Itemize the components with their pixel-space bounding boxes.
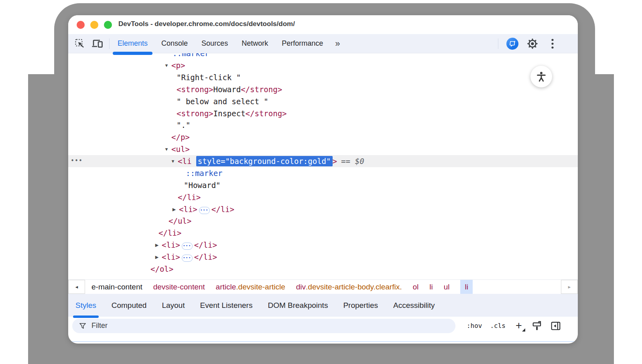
- styles-filter-input[interactable]: [91, 322, 252, 330]
- dom-tree-row[interactable]: <strong>Howard</strong>: [177, 83, 282, 95]
- tab-computed[interactable]: Computed: [112, 294, 147, 317]
- dom-tree-row[interactable]: ▶<li>•••</li>: [162, 251, 217, 263]
- dom-tree-row[interactable]: ▼<ul>: [171, 143, 190, 155]
- dom-node-text: "Howard": [184, 181, 221, 190]
- collapsed-content-ellipsis-button[interactable]: •••: [182, 255, 193, 262]
- dom-tree-row[interactable]: ".": [177, 119, 190, 131]
- zoom-window-button[interactable]: [104, 21, 112, 29]
- dom-tree-row[interactable]: ::marker: [186, 167, 223, 179]
- dom-node-tag: <ul>: [171, 145, 190, 154]
- dom-node-tag: </li>: [211, 205, 234, 214]
- breadcrumb-item-ol[interactable]: ol: [412, 280, 419, 294]
- tab-sources[interactable]: Sources: [201, 34, 228, 53]
- dom-node-pseudo: ::marker: [186, 169, 223, 178]
- row-actions-dots[interactable]: •••: [71, 155, 83, 167]
- traffic-lights: [77, 21, 112, 29]
- tab-event-listeners[interactable]: Event Listeners: [200, 294, 252, 317]
- tab-console[interactable]: Console: [161, 34, 188, 53]
- breadcrumb-items: e-main-contentdevsite-contentarticle.dev…: [85, 280, 473, 294]
- dom-node-tag: </ol>: [150, 265, 173, 273]
- dom-tree-row[interactable]: "Right-click ": [177, 71, 241, 83]
- tab-accessibility[interactable]: Accessibility: [393, 294, 435, 317]
- tab-layout[interactable]: Layout: [162, 294, 185, 317]
- toolbar-divider: [498, 38, 498, 49]
- dom-node-tag: <li>: [162, 241, 180, 249]
- dom-node-text: Inspect: [213, 109, 246, 118]
- collapsed-content-ellipsis-button[interactable]: •••: [182, 243, 193, 250]
- filter-funnel-icon: [79, 322, 87, 330]
- breadcrumb-item-div-devsite-article-body-clearfix-[interactable]: div.devsite-article-body.clearfix.: [296, 280, 402, 294]
- breadcrumb-item-devsite-content[interactable]: devsite-content: [153, 280, 205, 294]
- dom-node-tag: <li>: [179, 205, 197, 214]
- tab-network[interactable]: Network: [242, 34, 268, 53]
- crumb-dark: e-main-content: [91, 283, 142, 291]
- breadcrumb-item-e-main-content[interactable]: e-main-content: [91, 280, 142, 294]
- toggle-sidebar-icon[interactable]: [551, 321, 561, 331]
- dom-node-tag: <li>: [162, 253, 180, 261]
- rendering-emulations-brush-icon[interactable]: [532, 321, 542, 331]
- dom-tree-row[interactable]: ::marker: [173, 53, 209, 59]
- styles-filter-field[interactable]: [72, 319, 455, 333]
- dom-tree-row[interactable]: ▶<li>•••</li>: [162, 239, 217, 251]
- breadcrumb-item-li[interactable]: li: [460, 280, 472, 294]
- toggle-element-state-button[interactable]: :hov: [467, 322, 482, 330]
- dom-tree-row[interactable]: ▶<li>•••</li>: [179, 203, 234, 215]
- more-options-kebab-icon[interactable]: [547, 38, 559, 50]
- collapse-arrow-icon[interactable]: ▼: [163, 59, 171, 71]
- dom-tree-row[interactable]: </ul>: [169, 215, 191, 227]
- close-window-button[interactable]: [77, 21, 85, 29]
- dom-tree-row[interactable]: </li>: [178, 191, 201, 203]
- tab-styles[interactable]: Styles: [75, 294, 96, 317]
- dom-tree-row[interactable]: " below and select ": [177, 95, 268, 107]
- expand-arrow-icon[interactable]: ▶: [153, 239, 161, 251]
- accessibility-person-icon: [536, 71, 547, 82]
- dom-tree-row[interactable]: </ol>: [150, 263, 173, 275]
- tab-dom-breakpoints[interactable]: DOM Breakpoints: [268, 294, 328, 317]
- window-titlebar: DevTools - developer.chrome.com/docs/dev…: [68, 15, 578, 34]
- tab-properties[interactable]: Properties: [343, 294, 378, 317]
- accessibility-overlay-button[interactable]: [530, 66, 552, 87]
- breadcrumb-item-article-devsite-article[interactable]: article.devsite-article: [216, 280, 285, 294]
- crumb-cls: .devsite-article: [236, 283, 285, 291]
- bottom-divider: [68, 341, 578, 342]
- breadcrumb-item-li[interactable]: li: [429, 280, 433, 294]
- crumb-tag: article: [216, 283, 236, 291]
- element-classes-button[interactable]: .cls: [490, 322, 506, 330]
- settings-gear-icon[interactable]: [526, 38, 538, 50]
- dom-node-dollar: $0: [355, 157, 364, 166]
- tab-performance[interactable]: Performance: [282, 34, 323, 53]
- dom-node-tag: >: [333, 157, 337, 166]
- dom-tree-row[interactable]: </li>: [158, 227, 181, 239]
- collapse-arrow-icon[interactable]: ▼: [169, 155, 177, 167]
- breadcrumb-item-ul[interactable]: ul: [444, 280, 450, 294]
- collapse-arrow-icon[interactable]: ▼: [163, 143, 171, 155]
- dom-tree-row[interactable]: ▼<p>: [171, 59, 185, 71]
- dom-tree-row[interactable]: "Howard": [184, 179, 221, 191]
- ai-assistant-icon[interactable]: [506, 38, 518, 50]
- more-panels-button[interactable]: »: [335, 38, 339, 49]
- dom-tree: ::marker▼<p>"Right-click "<strong>Howard…: [68, 53, 578, 279]
- breadcrumb-scroll-left-button[interactable]: ◂: [68, 280, 85, 294]
- dom-tree-row[interactable]: </p>: [171, 131, 190, 143]
- dom-node-text: "Right-click ": [177, 73, 241, 82]
- crumb-tag: li: [465, 283, 468, 291]
- new-style-rule-button[interactable]: +: [514, 320, 524, 332]
- dom-tree-row-selected[interactable]: ▼<li style="background-color:gold">==$0: [178, 155, 364, 167]
- minimize-window-button[interactable]: [90, 21, 98, 29]
- dom-node-text: Howard: [213, 85, 241, 94]
- styles-filter-bar: :hov .cls +: [68, 317, 578, 335]
- inspect-element-button[interactable]: [74, 38, 86, 50]
- expand-arrow-icon[interactable]: ▶: [153, 251, 161, 263]
- crumb-cls: .devsite-article-body.clearfix.: [306, 283, 402, 291]
- dom-tree-row[interactable]: <strong>Inspect</strong>: [177, 107, 287, 119]
- attribute-edit-box[interactable]: style="background-color:gold": [196, 156, 333, 166]
- toggle-device-toolbar-button[interactable]: [91, 38, 104, 50]
- tab-elements[interactable]: Elements: [118, 34, 148, 53]
- expand-arrow-icon[interactable]: ▶: [170, 203, 178, 215]
- dom-node-tag: </li>: [178, 193, 201, 202]
- collapsed-content-ellipsis-button[interactable]: •••: [199, 207, 210, 214]
- breadcrumb-scroll-right-button[interactable]: ▸: [561, 280, 578, 294]
- styles-pane-tabs: StylesComputedLayoutEvent ListenersDOM B…: [68, 294, 578, 317]
- dom-node-tag: <li: [178, 157, 196, 166]
- crumb-tag: devsite-content: [153, 283, 205, 291]
